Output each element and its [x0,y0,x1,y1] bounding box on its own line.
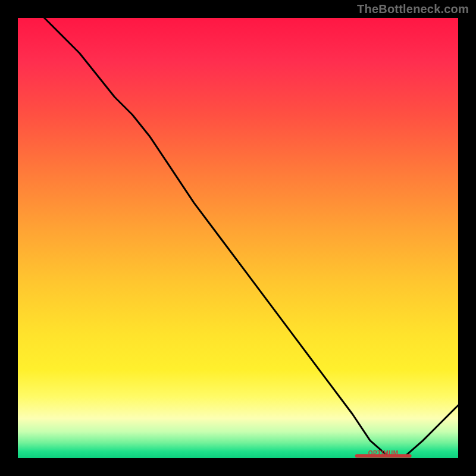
watermark-text: TheBottleneck.com [357,2,469,16]
chart-frame: OPTIMUM TheBottleneck.com [0,0,476,476]
plot-background [18,18,458,458]
